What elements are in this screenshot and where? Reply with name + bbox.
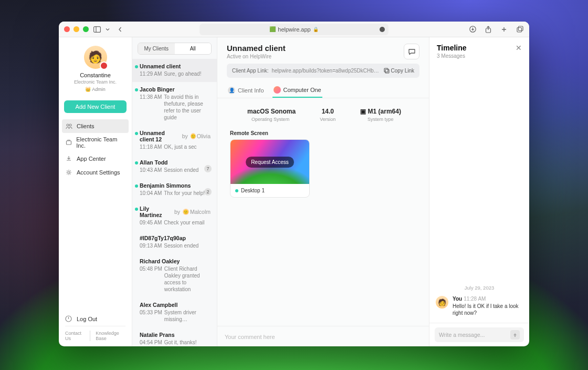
subtab-computer-one[interactable]: Computer One — [272, 83, 322, 98]
avatar-face-icon: 🧑 — [88, 50, 102, 64]
svg-point-2 — [380, 27, 385, 32]
chip-icon: ▣ — [360, 108, 366, 115]
nav-settings-label: Account Settings — [77, 169, 120, 176]
lock-icon: 🔒 — [313, 27, 319, 32]
new-tab-icon[interactable] — [500, 25, 508, 34]
add-new-client-button[interactable]: Add New Client — [64, 100, 127, 113]
client-item[interactable]: Allan Todd10:43 AMSession ended7 — [132, 155, 217, 178]
share-icon[interactable] — [484, 25, 492, 34]
send-button[interactable] — [510, 330, 520, 340]
svg-point-7 — [67, 124, 69, 126]
client-item[interactable]: Unnamed client11:29 AMSure, go ahead! — [132, 59, 217, 82]
client-time: 11:29 AM — [140, 70, 162, 77]
svg-point-10 — [68, 171, 70, 173]
computer-avatar-icon — [274, 86, 281, 94]
svg-rect-9 — [66, 141, 71, 145]
copy-link-button[interactable]: Copy Link — [384, 68, 414, 74]
contact-us-link[interactable]: Contact Us — [65, 331, 90, 341]
client-time: 11:18 AM — [140, 143, 162, 150]
rail-links: Contact Us Knowledge Base — [65, 326, 125, 341]
dropdown-chevron-icon[interactable] — [103, 25, 112, 34]
system-type-info: ▣ M1 (arm64) System type — [360, 108, 401, 122]
profile-avatar[interactable]: 🧑 — [84, 46, 107, 69]
version-info: 14.0 Version — [320, 108, 335, 122]
message-text: Hello! Is it OK if I take a look right n… — [453, 303, 523, 316]
client-time: 11:38 AM — [140, 94, 162, 121]
user-icon: 👤 — [228, 87, 235, 94]
online-dot-icon — [135, 208, 138, 211]
client-preview: Check your email — [164, 219, 204, 226]
os-value: macOS Sonoma — [247, 108, 296, 115]
client-link-bar: Client App Link: helpwire.app/builds?tok… — [227, 64, 419, 78]
client-preview: Session ended — [164, 242, 198, 249]
client-name: Allan Todd — [140, 159, 167, 166]
knowledge-base-link[interactable]: Knowledge Base — [96, 331, 125, 341]
client-name: Natalie Prans — [140, 332, 175, 338]
message-placeholder: Write a message... — [439, 332, 485, 338]
system-value: M1 (arm64) — [368, 108, 401, 115]
client-item[interactable]: Richard Oakley05:48 PMClient Richard Oak… — [132, 254, 217, 297]
client-name: Jacob Binger — [140, 86, 175, 92]
back-button[interactable] — [116, 25, 124, 34]
profile-role: 👑 Admin — [85, 87, 106, 92]
svg-rect-0 — [94, 26, 101, 32]
client-item[interactable]: Natalie Prans04:54 PMGot it, thanks! — [132, 327, 217, 346]
client-title: Unnamed client — [227, 44, 286, 53]
fullscreen-window-button[interactable] — [83, 26, 89, 32]
by-label: by — [181, 133, 190, 139]
svg-rect-6 — [517, 28, 522, 33]
nav: Clients Electronic Team Inc. App Center … — [59, 119, 132, 179]
client-item[interactable]: Jacob Binger11:38 AMTo avoid this in the… — [132, 82, 217, 126]
tab-all[interactable]: All — [175, 43, 212, 54]
client-item[interactable]: Benjamin Simmons10:04 AMThx for your hel… — [132, 178, 217, 201]
tabs-icon[interactable] — [516, 25, 524, 34]
timeline-date: July 29, 2023 — [429, 283, 529, 296]
link-label: Client App Link: — [232, 68, 269, 74]
link-url[interactable]: helpwire.app/builds?token=a8wdp25DkCHbex… — [272, 68, 381, 74]
svg-rect-13 — [384, 68, 388, 72]
nav-appcenter[interactable]: App Center — [59, 152, 132, 166]
client-list[interactable]: Unnamed client11:29 AMSure, go ahead!Jac… — [132, 59, 217, 346]
nav-company[interactable]: Electronic Team Inc. — [59, 133, 132, 152]
logout-button[interactable]: Log Out — [65, 312, 125, 326]
site-icon: 🟩 — [269, 26, 276, 32]
request-access-button[interactable]: Request Access — [246, 157, 294, 168]
client-preview: Got it, thanks! — [164, 339, 197, 346]
client-time: 10:43 AM — [140, 167, 162, 173]
client-list-panel: My Clients All Unnamed client11:29 AMSur… — [132, 37, 217, 346]
client-name: Lily Martinez — [140, 205, 173, 218]
client-item[interactable]: #ID87gTy17q90ap09:13 AMSession ended — [132, 231, 217, 254]
nav-clients[interactable]: Clients — [62, 119, 129, 133]
reader-icon[interactable] — [379, 26, 385, 33]
client-item[interactable]: Lily Martinez by 🙂Malcolm09:45 AMCheck y… — [132, 201, 217, 231]
client-tabs: My Clients All — [138, 43, 212, 55]
profile-company: Electronic Team Inc. — [74, 79, 117, 85]
minimize-window-button[interactable] — [74, 26, 79, 32]
message-author: You — [453, 296, 462, 302]
client-item[interactable]: Unnamed client 12 by 🙂Olivia11:18 AMOK, … — [132, 126, 217, 155]
client-item[interactable]: Alex Campbell05:33 PMSystem driver missi… — [132, 297, 217, 327]
company-icon — [65, 139, 72, 146]
comment-input[interactable] — [225, 334, 422, 340]
online-dot-icon — [135, 65, 138, 68]
screen-thumbnail: Request Access — [230, 140, 309, 184]
close-window-button[interactable] — [64, 26, 70, 32]
url-bar[interactable]: 🟩 helpwire.app 🔒 — [200, 24, 388, 35]
svg-rect-12 — [385, 69, 389, 73]
send-icon — [512, 332, 518, 337]
svg-point-8 — [69, 124, 71, 126]
nav-settings[interactable]: Account Settings — [59, 166, 132, 179]
subtab-client-info[interactable]: 👤 Client Info — [227, 83, 265, 98]
tab-my-clients[interactable]: My Clients — [138, 43, 175, 54]
unread-badge: 7 — [204, 165, 212, 172]
os-label: Operating System — [245, 117, 296, 122]
client-name: Alex Campbell — [140, 302, 177, 308]
clients-icon — [65, 122, 72, 130]
chat-button[interactable] — [404, 44, 419, 59]
download-icon[interactable] — [468, 25, 477, 34]
timeline-close-button[interactable]: ✕ — [516, 44, 522, 52]
remote-screen-card: Request Access Desktop 1 — [230, 139, 310, 198]
message-input[interactable]: Write a message... — [435, 327, 524, 342]
sidebar-toggle-icon[interactable] — [93, 25, 101, 34]
logout-icon — [65, 315, 72, 323]
